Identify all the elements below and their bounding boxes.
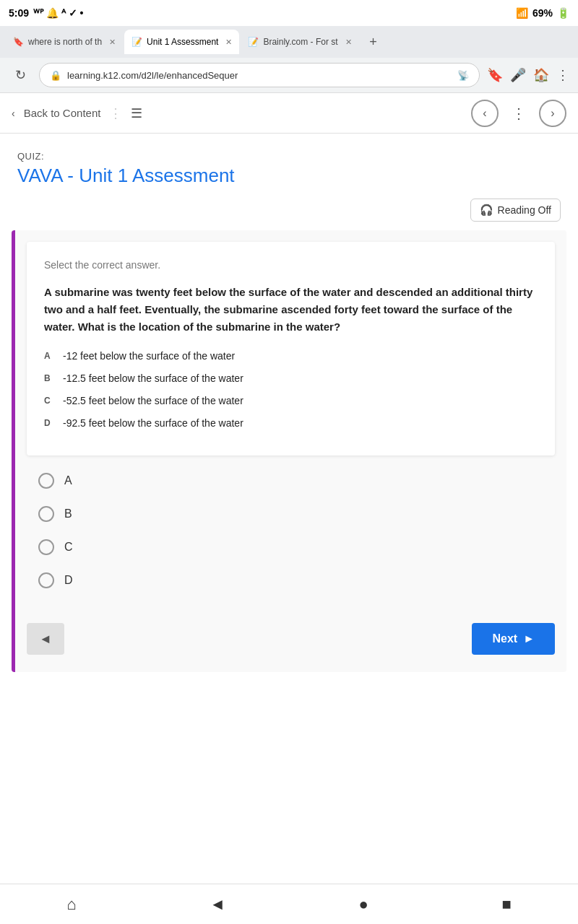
nav-separator: ⋮ [109, 105, 122, 121]
browser-chrome: 🔖 where is north of th ✕ 📝 Unit 1 Assess… [0, 26, 578, 93]
radio-option-d[interactable]: D [38, 572, 543, 588]
battery-icon: 🔋 [557, 7, 569, 19]
answer-option-b: B -12.5 feet below the surface of the wa… [44, 371, 538, 386]
tab1-label: where is north of th [28, 37, 102, 47]
next-icon: ► [523, 632, 535, 645]
option-letter-b: B [44, 372, 57, 385]
option-text-a: -12 feet below the surface of the water [63, 349, 235, 364]
tab-2[interactable]: 📝 Unit 1 Assessment ✕ [124, 30, 239, 54]
wifi-icon: 📶 [516, 7, 528, 19]
tab2-favicon: 📝 [131, 37, 142, 47]
mic-icon[interactable]: 🎤 [510, 67, 526, 83]
more-options-icon[interactable]: ⋮ [556, 67, 569, 83]
status-bar: 5:09 ᵂᴾ 🔔 ᴬ ✓ • 📶 69% 🔋 [0, 0, 578, 26]
question-text: A submarine was twenty feet below the su… [44, 284, 538, 336]
quiz-card: Select the correct answer. A submarine w… [27, 242, 555, 456]
page-navigation: ‹ Back to Content ⋮ ☰ ‹ ⋮ › [0, 93, 578, 134]
home-icon[interactable]: 🏠 [533, 67, 549, 83]
prev-button[interactable]: ◄ [27, 623, 64, 655]
android-home-button[interactable]: ⌂ [66, 895, 76, 914]
reload-button[interactable]: ↻ [9, 67, 32, 83]
quiz-title: VAVA - Unit 1 Assessment [17, 165, 561, 187]
android-back-button[interactable]: ◄ [210, 895, 225, 914]
url-text: learning.k12.com/d2l/le/enhancedSequer [67, 70, 452, 81]
radio-label-b: B [64, 507, 72, 520]
prev-icon: ◄ [39, 632, 52, 647]
tab-bar: 🔖 where is north of th ✕ 📝 Unit 1 Assess… [0, 26, 578, 58]
answer-option-d: D -92.5 feet below the surface of the wa… [44, 416, 538, 431]
nav-more-button[interactable]: ⋮ [512, 105, 526, 122]
back-arrow-icon: ‹ [12, 108, 15, 119]
tab-3[interactable]: 📝 Brainly.com - For st ✕ [241, 30, 358, 54]
option-text-c: -52.5 feet below the surface of the wate… [63, 393, 243, 409]
android-recents-button[interactable]: ● [359, 895, 368, 914]
radio-circle-a[interactable] [38, 473, 54, 489]
address-actions: 🔖 🎤 🏠 ⋮ [487, 67, 569, 83]
option-letter-a: A [44, 349, 57, 362]
cast-icon: 📡 [457, 70, 469, 81]
back-to-content-label: Back to Content [24, 107, 101, 119]
answer-option-a: A -12 feet below the surface of the wate… [44, 349, 538, 364]
radio-option-b[interactable]: B [38, 506, 543, 522]
tab3-favicon: 📝 [248, 37, 259, 47]
reading-toggle-button[interactable]: 🎧 Reading Off [470, 199, 561, 222]
radio-circle-d[interactable] [38, 572, 54, 588]
tab2-label: Unit 1 Assessment [147, 37, 218, 47]
next-button[interactable]: Next ► [472, 623, 555, 655]
answer-option-c: C -52.5 feet below the surface of the wa… [44, 393, 538, 409]
new-tab-button[interactable]: + [363, 32, 384, 52]
radio-option-c[interactable]: C [38, 539, 543, 555]
quiz-label: QUIZ: [17, 151, 561, 162]
option-letter-d: D [44, 417, 57, 430]
option-letter-c: C [44, 394, 57, 407]
nav-next-button[interactable]: › [539, 100, 566, 127]
option-text-b: -12.5 feet below the surface of the wate… [63, 371, 243, 386]
tab1-close[interactable]: ✕ [109, 38, 116, 47]
radio-label-d: D [64, 574, 73, 587]
status-time: 5:09 [9, 7, 29, 19]
back-to-content-link[interactable]: Back to Content [24, 107, 101, 119]
radio-label-a: A [64, 474, 72, 487]
tab3-close[interactable]: ✕ [345, 38, 352, 47]
quiz-area: Select the correct answer. A submarine w… [0, 225, 578, 684]
android-nav-bar: ⌂ ◄ ● ■ [0, 884, 578, 924]
lock-icon: 🔒 [50, 70, 61, 81]
address-bar: ↻ 🔒 learning.k12.com/d2l/le/enhancedSequ… [0, 58, 578, 92]
tab1-favicon: 🔖 [13, 37, 24, 47]
radio-circle-b[interactable] [38, 506, 54, 522]
url-field[interactable]: 🔒 learning.k12.com/d2l/le/enhancedSequer… [39, 63, 480, 87]
option-text-d: -92.5 feet below the surface of the wate… [63, 416, 243, 431]
next-label: Next [492, 632, 517, 645]
tab-1[interactable]: 🔖 where is north of th ✕ [6, 30, 123, 54]
select-instruction: Select the correct answer. [44, 259, 538, 271]
status-icons: ᵂᴾ 🔔 ᴬ ✓ • [33, 7, 83, 19]
reading-toggle-row: 🎧 Reading Off [0, 193, 578, 225]
radio-circle-c[interactable] [38, 539, 54, 555]
battery-level: 69% [532, 7, 553, 19]
hamburger-menu[interactable]: ☰ [131, 105, 142, 121]
radio-option-a[interactable]: A [38, 473, 543, 489]
android-square-button[interactable]: ■ [501, 895, 511, 914]
bookmark-icon[interactable]: 🔖 [487, 67, 503, 83]
tab3-label: Brainly.com - For st [263, 37, 337, 47]
radio-label-c: C [64, 541, 73, 554]
quiz-card-outer: Select the correct answer. A submarine w… [12, 230, 566, 672]
reading-toggle-label: Reading Off [498, 204, 551, 216]
headphone-icon: 🎧 [480, 204, 493, 217]
tab2-close[interactable]: ✕ [225, 38, 232, 47]
nav-prev-button[interactable]: ‹ [471, 100, 499, 127]
radio-options: A B C D [15, 461, 566, 617]
quiz-nav: ◄ Next ► [15, 617, 566, 666]
quiz-header: QUIZ: VAVA - Unit 1 Assessment [0, 134, 578, 193]
